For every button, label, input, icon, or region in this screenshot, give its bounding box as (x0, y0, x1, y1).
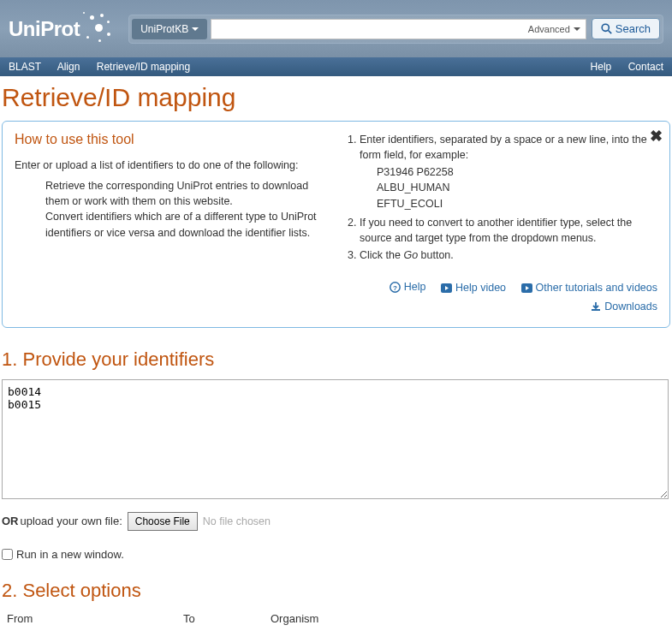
logo[interactable]: UniProt (9, 12, 116, 46)
secondary-nav: BLAST Align Retrieve/ID mapping Help Con… (0, 57, 672, 76)
help-step-3: Click the Go button. (360, 247, 657, 263)
help-link-tutorials[interactable]: Other tutorials and videos (521, 279, 657, 296)
choose-file-button[interactable]: Choose File (128, 512, 198, 531)
section-1-title: 1. Provide your identifiers (0, 333, 672, 378)
advanced-label: Advanced (528, 24, 570, 34)
nav-left: BLAST Align Retrieve/ID mapping (9, 61, 204, 73)
nav-right: Help Contact (577, 61, 663, 73)
help-link-help[interactable]: ? Help (390, 278, 426, 295)
svg-text:?: ? (393, 283, 397, 291)
no-file-chosen: No file chosen (203, 515, 271, 527)
section-2-title: 2. Select options (0, 564, 672, 609)
help-bullet: Convert identifiers which are of a diffe… (45, 209, 330, 240)
nav-link-blast[interactable]: BLAST (9, 61, 41, 73)
main-header: UniProt UniProtKB Advanced Search (0, 0, 672, 57)
nav-link-help[interactable]: Help (591, 61, 612, 73)
search-input-wrapper: Advanced (211, 19, 586, 39)
upload-or: OR (2, 515, 19, 527)
upload-row: OR upload your own file: Choose File No … (0, 503, 672, 539)
chevron-down-icon (574, 27, 580, 31)
help-box-title: How to use this tool (15, 132, 330, 147)
search-input[interactable] (217, 22, 523, 35)
logo-graphic (81, 12, 116, 46)
svg-line-1 (608, 31, 611, 34)
nav-link-retrieve[interactable]: Retrieve/ID mapping (97, 61, 190, 73)
example-id: EFTU_ECOLI (377, 196, 657, 211)
search-button[interactable]: Search (592, 18, 660, 39)
download-icon (591, 301, 601, 312)
example-id: ALBU_HUMAN (377, 180, 657, 195)
help-bullet: Retrieve the corresponding UniProt entri… (45, 178, 330, 209)
help-step-2: If you need to convert to another identi… (360, 215, 657, 246)
search-button-label: Search (616, 22, 651, 35)
organism-label: Organism (271, 612, 401, 625)
to-label: To (183, 612, 262, 625)
nav-link-align[interactable]: Align (57, 61, 80, 73)
help-link-downloads[interactable]: Downloads (591, 298, 657, 315)
help-box: ✖ How to use this tool Enter or upload a… (2, 121, 670, 328)
svg-point-0 (602, 24, 609, 31)
upload-label: upload your own file: (21, 515, 122, 527)
advanced-toggle[interactable]: Advanced (528, 24, 580, 34)
help-links: ? Help Help video Other tutorials and vi… (342, 278, 657, 317)
help-box-left: How to use this tool Enter or upload a l… (15, 132, 342, 317)
new-window-label: Run in a new window. (16, 548, 124, 561)
example-id: P31946 P62258 (377, 164, 657, 180)
help-link-video[interactable]: Help video (441, 279, 506, 296)
new-window-checkbox[interactable] (2, 549, 13, 560)
search-bar: UniProtKB Advanced Search (128, 15, 663, 44)
video-icon (521, 283, 532, 293)
database-selector[interactable]: UniProtKB (132, 19, 207, 39)
chevron-down-icon (192, 27, 199, 31)
video-icon (441, 283, 452, 293)
from-label: From (7, 612, 175, 625)
database-selector-label: UniProtKB (140, 23, 188, 35)
options-row: From Gene name ▼ To UniProtKB ▼ Organism… (0, 609, 672, 632)
search-icon (601, 23, 612, 34)
help-box-right: Enter identifiers, separated by a space … (342, 132, 657, 317)
close-icon[interactable]: ✖ (650, 127, 663, 146)
new-window-row: Run in a new window. (0, 539, 672, 564)
page-title: Retrieve/ID mapping (0, 76, 672, 116)
identifiers-textarea[interactable] (2, 379, 669, 499)
help-intro: Enter or upload a list of identifiers to… (15, 158, 330, 173)
logo-text: UniProt (9, 17, 80, 41)
nav-link-contact[interactable]: Contact (628, 61, 663, 73)
question-circle-icon: ? (390, 282, 401, 293)
help-step-1: Enter identifiers, separated by a space … (360, 132, 657, 211)
